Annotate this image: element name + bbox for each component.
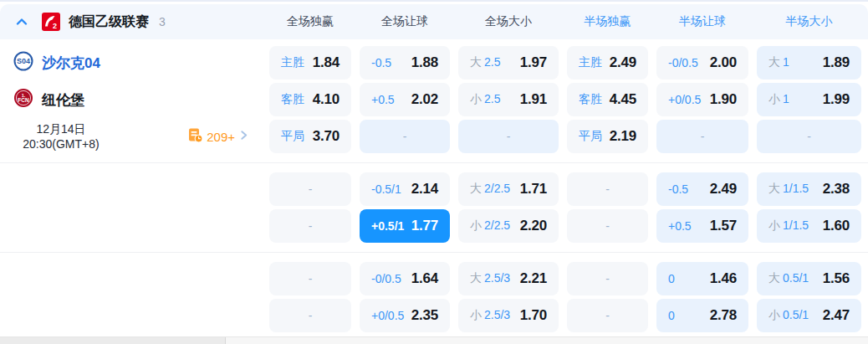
- odds-cell[interactable]: 大2.51.97: [458, 46, 559, 80]
- odds-cell-empty: -: [360, 120, 450, 153]
- odds-cell[interactable]: +0/0.52.35: [360, 299, 450, 332]
- column-header-ft-handicap: 全场让球: [360, 14, 450, 29]
- odds-label: 小0.5/1: [768, 308, 809, 323]
- odds-value: 4.45: [610, 91, 636, 108]
- odds-label-line: 0.5/1: [783, 308, 809, 321]
- odds-cell[interactable]: -0/0.52.00: [656, 46, 748, 80]
- odds-label-line: -0/0.5: [668, 56, 698, 69]
- odds-label-line: +0.5: [668, 219, 692, 233]
- odds-cell[interactable]: -0.51.88: [360, 46, 450, 80]
- odds-cell[interactable]: -0.5/12.14: [360, 172, 450, 206]
- odds-label-line: +0/0.5: [371, 309, 404, 322]
- odds-cell[interactable]: 平局3.70: [269, 120, 351, 153]
- odds-cell[interactable]: 大11.89: [757, 46, 861, 80]
- odds-cell[interactable]: +0.5/11.77: [360, 209, 450, 243]
- odds-label-side: 小: [470, 218, 482, 232]
- odds-cell[interactable]: -0/0.51.64: [360, 262, 450, 295]
- odds-cell-empty: -: [269, 172, 351, 206]
- odds-label-line: +0.5/1: [371, 219, 404, 233]
- odds-cell-empty: -: [269, 262, 351, 295]
- match-datetime: 12月14日 20:30(GMT+8): [2, 121, 120, 151]
- odds-label: 0: [668, 272, 675, 285]
- odds-cell-empty: -: [269, 299, 351, 332]
- odds-cell[interactable]: 小11.99: [757, 83, 861, 116]
- collapse-chevron-up-icon[interactable]: [15, 15, 28, 28]
- odds-label-line: +0/0.5: [668, 93, 701, 106]
- odds-label: 大1: [768, 55, 789, 70]
- odds-value: 2.38: [823, 181, 850, 198]
- odds-cell[interactable]: +0.52.02: [360, 83, 450, 116]
- odds-value: 2.00: [710, 54, 737, 71]
- odds-label-line: 1/1.5: [783, 182, 809, 195]
- home-team-row[interactable]: S04 沙尔克04: [0, 44, 261, 81]
- odds-cell[interactable]: 小2/2.52.20: [458, 209, 559, 243]
- odds-cell[interactable]: 客胜4.45: [567, 83, 648, 116]
- odds-label-side: 小: [768, 218, 780, 232]
- more-markets-count: 209+: [207, 130, 235, 144]
- odds-cell[interactable]: 01.46: [656, 262, 748, 295]
- column-header-ft-1x2: 全场独赢: [269, 14, 351, 29]
- odds-value: 1.97: [520, 54, 547, 71]
- odds-cell[interactable]: 小2.5/31.70: [458, 299, 559, 332]
- odds-cell[interactable]: 客胜4.10: [269, 83, 351, 116]
- empty-odds-dash: -: [701, 130, 705, 143]
- match-time: 20:30(GMT+8): [2, 136, 120, 151]
- odds-cell[interactable]: 大1/1.52.38: [757, 172, 861, 206]
- odds-cell[interactable]: 小1/1.51.60: [757, 209, 861, 243]
- markets-list-icon: [187, 127, 203, 146]
- odds-label-line: 2/2.5: [484, 182, 510, 195]
- odds-cell[interactable]: 大2/2.51.71: [458, 172, 559, 206]
- odds-label-side: 大: [470, 55, 482, 69]
- odds-label: 平局: [281, 129, 304, 144]
- odds-label: +0/0.5: [371, 309, 404, 322]
- odds-label-line: 1/1.5: [783, 218, 809, 232]
- odds-value: 1.91: [520, 91, 547, 108]
- column-header-ht-totals: 半场大小: [757, 14, 861, 29]
- odds-label: 小1/1.5: [768, 218, 809, 234]
- more-markets-link[interactable]: 209+: [187, 127, 249, 146]
- odds-label-line: 0: [668, 309, 675, 322]
- odds-cell[interactable]: 02.78: [656, 299, 748, 332]
- odds-value: 1.77: [411, 218, 438, 234]
- odds-label: -0.5/1: [371, 182, 401, 196]
- odds-label-side: 大: [470, 182, 482, 195]
- odds-cell[interactable]: 平局2.19: [567, 120, 648, 153]
- odds-label-line: -0.5/1: [371, 182, 401, 196]
- odds-label: 小2.5/3: [470, 308, 510, 323]
- odds-label: +0/0.5: [668, 93, 701, 106]
- odds-label-line: 1: [783, 55, 789, 69]
- odds-value: 2.78: [710, 307, 737, 324]
- match-info: S04 沙尔克04 1.FCN 纽伦堡 12月14日 20:30(GMT+8): [0, 44, 261, 155]
- odds-cell[interactable]: 大0.5/11.56: [757, 262, 861, 295]
- odds-label: 大0.5/1: [768, 271, 809, 286]
- match-odds-grid: S04 沙尔克04 1.FCN 纽伦堡 12月14日 20:30(GMT+8): [0, 39, 868, 334]
- odds-panel: 2 德国乙级联赛 3 全场独赢 全场让球 全场大小 半场独赢 半场让球 半场大小…: [0, 0, 868, 344]
- odds-value: 2.49: [710, 181, 737, 198]
- away-team-row[interactable]: 1.FCN 纽伦堡: [0, 81, 261, 118]
- odds-cell[interactable]: +0.51.57: [656, 209, 748, 243]
- odds-label-line: 2.5/3: [484, 308, 510, 321]
- odds-label-line: -0/0.5: [371, 272, 401, 285]
- odds-cell[interactable]: 小0.5/12.47: [757, 299, 861, 332]
- odds-value: 1.89: [823, 54, 850, 71]
- empty-odds-dash: -: [403, 130, 407, 143]
- odds-cell[interactable]: 主胜1.84: [269, 46, 351, 80]
- odds-label: 客胜: [579, 92, 602, 107]
- odds-cell[interactable]: 大2.5/32.21: [458, 262, 559, 295]
- odds-label-line: 0.5/1: [783, 271, 809, 285]
- odds-label: +0.5: [668, 219, 692, 233]
- odds-cell[interactable]: 小2.51.91: [458, 83, 559, 116]
- odds-cell[interactable]: -0.52.49: [656, 172, 748, 206]
- odds-label: 大2.5: [470, 55, 500, 70]
- league-title: 德国乙级联赛: [69, 13, 149, 31]
- odds-label-line: +0.5: [371, 93, 395, 106]
- league-logo-icon: 2: [42, 13, 60, 31]
- odds-value: 4.10: [313, 91, 340, 108]
- empty-odds-dash: -: [309, 219, 313, 233]
- odds-cell[interactable]: +0/0.51.90: [656, 83, 748, 116]
- odds-label-line: 平局: [579, 129, 602, 142]
- odds-cell[interactable]: 主胜2.49: [567, 46, 648, 80]
- odds-value: 1.46: [710, 270, 737, 287]
- odds-value: 1.64: [411, 270, 438, 287]
- odds-label: -0/0.5: [668, 56, 698, 69]
